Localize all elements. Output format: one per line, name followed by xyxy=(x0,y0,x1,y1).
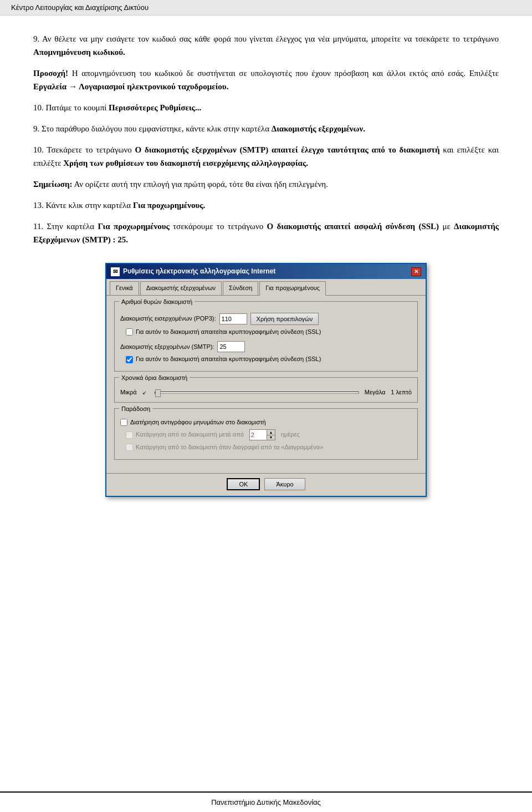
p9b-bold: Διακομιστής εξερχομένων. xyxy=(272,124,365,133)
dialog-body: Αριθμοί θυρών διακομιστή Διακομιστής εισ… xyxy=(106,296,426,473)
delivery-section: Παράδοση Διατήρηση αντιγράφου μηνυμάτων … xyxy=(114,408,418,460)
outgoing-ssl-checkbox[interactable] xyxy=(126,356,133,363)
dialog-close-button[interactable]: ✕ xyxy=(411,267,421,276)
dialog-tabs: Γενικά Διακομιστής εξερχομένων Σύνδεση Γ… xyxy=(106,279,426,296)
prosochi-prefix: Προσοχή! xyxy=(33,69,68,78)
page-header: Κέντρο Λειτουργίας και Διαχείρισης Δικτύ… xyxy=(0,0,532,16)
page-footer: Πανεπιστήμιο Δυτικής Μακεδονίας xyxy=(0,791,532,812)
prosochi-bold: Εργαλεία → Λογαριασμοί ηλεκτρονικού ταχυ… xyxy=(33,82,228,91)
keep-copy-label: Διατήρηση αντιγράφου μηνυμάτων στο διακο… xyxy=(130,418,266,428)
paragraph-9b: 9. Στο παράθυρο διαλόγου που εμφανίστηκε… xyxy=(33,122,499,135)
note-prefix: Σημείωση: xyxy=(33,180,73,189)
outgoing-value-input[interactable] xyxy=(217,341,245,352)
slider-small-label: Μικρά xyxy=(120,388,137,398)
tab-prox[interactable]: Για προχωρημένους xyxy=(259,281,326,296)
p11-text3: με xyxy=(439,222,454,231)
p10b-text: Τσεκάρετε το τετράγωνο xyxy=(47,145,135,154)
spin-down-button[interactable]: ▼ xyxy=(267,435,275,440)
paragraph-13: 13. Κάντε κλικ στην καρτέλα Για προχωρημ… xyxy=(33,199,499,212)
p10b-bold2: Χρήση των ρυθμίσεων του διακομιστή εισερ… xyxy=(63,159,308,168)
p10a-number: 10. xyxy=(33,103,44,112)
timeouts-section: Χρονικά όρια διακομιστή Μικρά ↙ Μεγάλα 1… xyxy=(114,377,418,403)
p13-text: Κάντε κλικ στην καρτέλα xyxy=(46,201,133,210)
slider-track[interactable] xyxy=(155,392,359,394)
p9b-number: 9. xyxy=(33,124,39,133)
paragraph-10a: 10. Πατάμε το κουμπί Περισσότερες Ρυθμίσ… xyxy=(33,101,499,114)
outgoing-ssl-label: Για αυτόν το διακομιστή απαιτείται κρυπτ… xyxy=(136,354,321,364)
outgoing-ssl-row: Για αυτόν το διακομιστή απαιτείται κρυπτ… xyxy=(126,354,412,364)
slider-large-label: Μεγάλα xyxy=(365,388,386,398)
remove-deleted-label: Κατάργηση από το διακομιστή όταν διαγραφ… xyxy=(136,443,323,453)
spin-up-button[interactable]: ▲ xyxy=(267,430,275,435)
keep-copy-checkbox[interactable] xyxy=(120,419,127,426)
timeouts-title: Χρονικά όρια διακομιστή xyxy=(119,373,190,383)
p11-bold1: Για προχωρημένους xyxy=(98,222,170,231)
p10b-number: 10. xyxy=(33,145,44,154)
dialog-window: ✉ Ρυθμίσεις ηλεκτρονικής αλληλογραφίας I… xyxy=(105,263,427,497)
p9a-number: 9. xyxy=(33,34,39,43)
p11-text2: τσεκάρουμε το τετράγωνο xyxy=(170,222,267,231)
tab-diak-exer[interactable]: Διακομιστής εξερχομένων xyxy=(140,281,222,295)
footer-text: Πανεπιστήμιο Δυτικής Μακεδονίας xyxy=(211,798,321,806)
p13-number: 13. xyxy=(33,201,44,210)
spin-buttons: ▲ ▼ xyxy=(267,430,275,440)
p11-bold2: Ο διακομιστής απαιτεί ασφαλή σύνδεση (SS… xyxy=(267,222,439,231)
p11-text1: Στην καρτέλα xyxy=(47,222,98,231)
slider-row: Μικρά ↙ Μεγάλα 1 λεπτό xyxy=(120,388,412,398)
p9b-text: Στο παράθυρο διαλόγου που εμφανίστηκε, κ… xyxy=(42,124,272,133)
paragraph-10b: 10. Τσεκάρετε το τετράγωνο Ο διακομιστής… xyxy=(33,143,499,170)
p13-bold: Για προχωρημένους. xyxy=(133,201,205,210)
remove-after-checkbox[interactable] xyxy=(126,432,133,439)
outgoing-label: Διακομιστής εξερχομένων (SMTP): xyxy=(120,342,214,352)
incoming-ssl-row: Για αυτόν το διακομιστή απαιτείται κρυπτ… xyxy=(126,327,412,337)
dialog-title-group: ✉ Ρυθμίσεις ηλεκτρονικής αλληλογραφίας I… xyxy=(111,266,275,277)
dialog-footer: OK Άκυρο xyxy=(106,473,426,496)
server-ports-section: Αριθμοί θυρών διακομιστή Διακομιστής εισ… xyxy=(114,301,418,372)
slider-icon: ↙ xyxy=(142,389,149,397)
remove-after-spinner[interactable]: ▲ ▼ xyxy=(249,429,275,440)
dialog-title-icon: ✉ xyxy=(111,267,120,276)
incoming-value-input[interactable] xyxy=(219,313,247,324)
remove-after-label: Κατάργηση από το διακομιστή μετά από xyxy=(136,430,244,440)
dialog-container: ✉ Ρυθμίσεις ηλεκτρονικής αλληλογραφίας I… xyxy=(33,263,499,497)
p9a-bold: Απομνημόνευση κωδικού. xyxy=(33,48,125,57)
delivery-title: Παράδοση xyxy=(119,404,152,414)
server-ports-title: Αριθμοί θυρών διακομιστή xyxy=(119,297,195,307)
cancel-button[interactable]: Άκυρο xyxy=(264,478,305,490)
slider-value-label: 1 λεπτό xyxy=(391,388,412,398)
dialog-titlebar: ✉ Ρυθμίσεις ηλεκτρονικής αλληλογραφίας I… xyxy=(106,264,426,279)
content-area: 9. Αν θέλετε να μην εισάγετε τον κωδικό … xyxy=(0,16,532,519)
keep-copy-row: Διατήρηση αντιγράφου μηνυμάτων στο διακο… xyxy=(120,418,412,428)
paragraph-9a: 9. Αν θέλετε να μην εισάγετε τον κωδικό … xyxy=(33,32,499,59)
p10b-text2: και επιλέξτε xyxy=(440,145,488,154)
paragraph-prosochi: Προσοχή! Η απομνημόνευση του κωδικού δε … xyxy=(33,67,499,93)
p10b-bold: Ο διακομιστής εξερχομένων (SMTP) απαιτεί… xyxy=(135,145,439,154)
dialog-title-text: Ρυθμίσεις ηλεκτρονικής αλληλογραφίας Int… xyxy=(123,266,275,277)
header-title: Κέντρο Λειτουργίας και Διαχείρισης Δικτύ… xyxy=(11,3,149,12)
p11-number: 11. xyxy=(33,222,43,231)
remove-deleted-row: Κατάργηση από το διακομιστή όταν διαγραφ… xyxy=(126,443,412,453)
incoming-ssl-label: Για αυτόν το διακομιστή απαιτείται κρυπτ… xyxy=(136,327,321,337)
remove-after-row: Κατάργηση από το διακομιστή μετά από ▲ ▼… xyxy=(126,429,412,440)
p10a-text: Πατάμε το κουμπί xyxy=(46,103,109,112)
remove-after-unit: ημέρες xyxy=(281,430,300,440)
slider-thumb[interactable] xyxy=(155,389,161,397)
paragraph-note: Σημείωση: Αν ορίζετε αυτή την επιλογή γι… xyxy=(33,177,499,191)
prosochi-text: Η απομνημόνευση του κωδικού δε συστήνετα… xyxy=(68,69,499,78)
incoming-label: Διακομιστής εισερχομένων (POP3): xyxy=(120,314,216,324)
incoming-default-button[interactable]: Χρήση προεπιλογών xyxy=(250,313,319,325)
p10a-bold: Περισσότερες Ρυθμίσεις... xyxy=(109,103,201,112)
remove-deleted-checkbox[interactable] xyxy=(126,444,133,451)
outgoing-field-row: Διακομιστής εξερχομένων (SMTP): xyxy=(120,341,412,352)
ok-button[interactable]: OK xyxy=(227,478,260,490)
remove-after-input[interactable] xyxy=(250,430,267,440)
incoming-field-row: Διακομιστής εισερχομένων (POP3): Χρήση π… xyxy=(120,313,412,325)
p9a-text: Αν θέλετε να μην εισάγετε τον κωδικό σας… xyxy=(42,34,499,43)
note-text: Αν ορίζετε αυτή την επιλογή για πρώτη φο… xyxy=(73,180,328,189)
tab-genika[interactable]: Γενικά xyxy=(110,281,139,295)
paragraph-11: 11. Στην καρτέλα Για προχωρημένους τσεκά… xyxy=(33,220,499,246)
tab-syndesi[interactable]: Σύνδεση xyxy=(223,281,258,295)
incoming-ssl-checkbox[interactable] xyxy=(126,328,133,336)
